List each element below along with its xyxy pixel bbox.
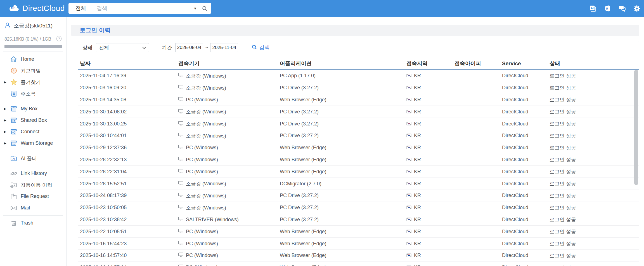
korea-flag-icon — [406, 73, 411, 79]
help-icon[interactable]: ? — [56, 36, 62, 43]
cell-region: KR — [404, 181, 452, 187]
sidebar-item-label: 자동이동 이력 — [21, 182, 52, 188]
cell-service: DirectCloud — [500, 85, 547, 91]
search-scope-selector[interactable]: 전체 — [68, 5, 93, 12]
ai-assistant-icon[interactable]: AI — [589, 5, 596, 12]
date-to-input[interactable] — [210, 43, 238, 52]
sidebar-item-즐겨찾기[interactable]: ▶즐겨찾기 — [0, 76, 66, 88]
cell-date: 2025-10-22 10:05:51 — [78, 229, 176, 235]
column-header: 접속아이피 — [452, 60, 500, 67]
cell-date: 2025-10-24 08:17:39 — [78, 193, 176, 199]
cell-status: 로그인 성공 — [547, 144, 639, 151]
trash-icon — [10, 220, 17, 227]
sidebar-item-label: Shared Box — [21, 117, 47, 123]
monitor-icon — [178, 193, 183, 199]
cell-region: KR — [404, 169, 452, 175]
sidebar-item-my-box[interactable]: ▶My Box — [0, 103, 66, 115]
sidebar-item-label: My Box — [21, 106, 37, 112]
cell-status: 로그인 성공 — [547, 192, 639, 199]
sidebar-item-label: File Request — [21, 193, 49, 199]
search-input[interactable] — [93, 5, 194, 11]
sidebar-item-file-request[interactable]: File Request — [0, 191, 66, 202]
sidebar-item-home[interactable]: Home — [0, 53, 66, 65]
cell-service: DirectCloud — [500, 253, 547, 258]
korea-flag-icon — [406, 229, 411, 235]
sidebar-item-link-history[interactable]: Link History — [0, 168, 66, 179]
cell-service: DirectCloud — [500, 181, 547, 187]
sidebar-item-label: AI 폴더 — [21, 155, 37, 162]
date-from-input[interactable] — [175, 43, 203, 52]
korea-flag-icon — [406, 265, 411, 266]
cell-region: KR — [404, 193, 452, 199]
table-row: 2025-11-03 14:35:08 PC (Windows) Web Bro… — [78, 94, 639, 106]
cell-status: 로그인 성공 — [547, 216, 639, 223]
office-translate-icon[interactable]: A — [604, 5, 611, 12]
cell-device: PC (Windows) — [176, 169, 278, 175]
cell-date: 2025-10-16 14:57:04 — [78, 265, 176, 266]
sharedbox-icon — [10, 117, 17, 124]
login-history-table: 날짜접속기기어플리케이션접속지역접속아이피Service상태 2025-11-0… — [78, 58, 639, 266]
search-scope-caret-icon[interactable]: ▾ — [194, 6, 196, 11]
sidebar-item-자동이동-이력[interactable]: 자동이동 이력 — [0, 179, 66, 191]
cell-region: KR — [404, 265, 452, 266]
sidebar-item-label: 주소록 — [21, 90, 36, 97]
cell-region: KR — [404, 85, 452, 91]
table-row: 2025-11-04 17:16:39 소금강 (Windows) PC App… — [78, 70, 639, 82]
table-row: 2025-10-16 14:57:04 PC (Windows) Web Bro… — [78, 262, 639, 266]
cell-application: Web Browser (Edge) — [278, 157, 404, 163]
cell-region: KR — [404, 157, 452, 163]
divider — [3, 151, 63, 151]
table-row: 2025-10-23 10:38:42 SALTRIVER (Windows) … — [78, 214, 639, 226]
sidebar-item-warm-storage[interactable]: ▶Warm Storage — [0, 137, 66, 149]
expand-arrow-icon[interactable]: ▶ — [4, 107, 6, 111]
sidebar-item-ai-폴더[interactable]: AIAI 폴더 — [0, 153, 66, 164]
search-button[interactable]: 검색 — [252, 44, 270, 51]
sidebar-item-label: Trash — [21, 220, 33, 226]
cell-status: 로그인 성공 — [547, 204, 639, 211]
user-icon — [4, 22, 11, 29]
settings-gear-icon[interactable] — [633, 5, 641, 12]
cell-device: SALTRIVER (Windows) — [176, 217, 278, 223]
cell-status: 로그인 성공 — [547, 240, 639, 247]
topbar-icon-group: AIA — [589, 0, 641, 17]
table-row: 2025-10-28 22:31:04 PC (Windows) Web Bro… — [78, 166, 639, 178]
expand-arrow-icon[interactable]: ▶ — [4, 130, 6, 134]
sidebar-item-최근파일[interactable]: 최근파일 — [0, 65, 66, 76]
sidebar-item-mail[interactable]: Mail — [0, 202, 66, 214]
table-row: 2025-10-16 14:57:40 PC (Windows) Web Bro… — [78, 250, 639, 262]
sidebar-item-shared-box[interactable]: ▶Shared Box — [0, 115, 66, 126]
cell-status: 로그인 성공 — [547, 156, 639, 163]
cell-device: 소금강 (Windows) — [176, 108, 278, 115]
chat-icon[interactable] — [618, 5, 626, 12]
vertical-scrollbar[interactable] — [634, 70, 638, 185]
table-row: 2025-10-30 10:44:01 소금강 (Windows) PC Dri… — [78, 130, 639, 142]
table-row: 2025-10-28 22:32:13 PC (Windows) Web Bro… — [78, 154, 639, 166]
expand-arrow-icon[interactable]: ▶ — [4, 118, 6, 122]
expand-arrow-icon[interactable]: ▶ — [4, 141, 6, 145]
period-label: 기간 — [162, 44, 172, 51]
cell-device: 소금강 (Windows) — [176, 132, 278, 139]
sidebar-item-주소록[interactable]: 주소록 — [0, 88, 66, 99]
sidebar-item-trash[interactable]: Trash — [0, 217, 66, 229]
table-row: 2025-10-16 15:44:23 PC (Windows) Web Bro… — [78, 238, 639, 250]
cell-application: PC Drive (3.27.2) — [278, 85, 404, 91]
search-icon[interactable] — [202, 6, 208, 11]
monitor-icon — [178, 217, 183, 223]
cell-application: PC Drive (3.27.2) — [278, 121, 404, 127]
storage-usage-text: 825.16KB (0.1%) / 1GB — [4, 37, 51, 42]
cell-application: PC Drive (3.27.2) — [278, 205, 404, 211]
cell-application: PC Drive (3.27.2) — [278, 133, 404, 139]
expand-arrow-icon[interactable]: ▶ — [4, 80, 6, 84]
cell-device: 소금강 (Windows) — [176, 192, 278, 199]
sidebar-item-label: Mail — [21, 205, 30, 211]
cell-date: 2025-10-29 12:37:36 — [78, 145, 176, 151]
table-body: 2025-11-04 17:16:39 소금강 (Windows) PC App… — [78, 70, 639, 266]
status-select[interactable]: 전체 — [96, 43, 149, 52]
sidebar-item-connect[interactable]: ▶Connect — [0, 126, 66, 137]
storage-usage-bar — [4, 45, 62, 48]
addressbook-icon — [10, 90, 17, 97]
table-row: 2025-10-23 10:50:05 소금강 (Windows) PC Dri… — [78, 202, 639, 214]
auto-move-icon — [10, 181, 17, 189]
brand-logo[interactable]: d DirectCloud — [8, 4, 65, 13]
user-profile[interactable]: 소금강(skk0511) — [0, 17, 66, 29]
